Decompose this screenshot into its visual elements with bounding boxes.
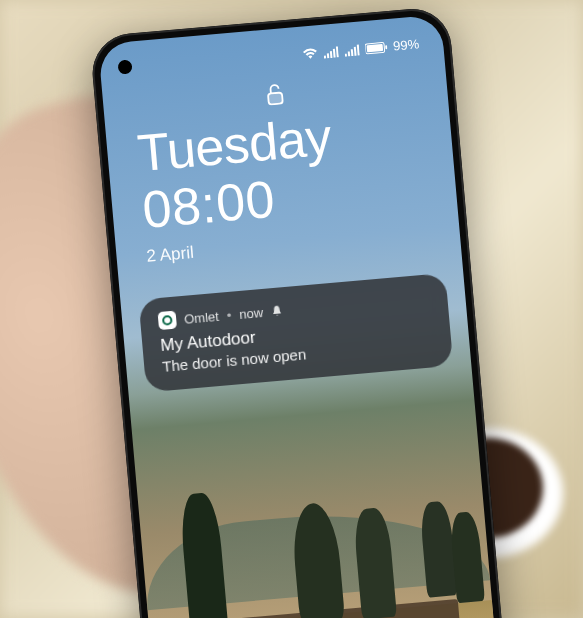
separator-dot: • — [226, 308, 232, 323]
signal-icon — [323, 45, 339, 58]
svg-rect-5 — [345, 53, 347, 56]
svg-rect-4 — [336, 46, 339, 57]
app-icon — [158, 311, 178, 331]
battery-icon — [365, 41, 388, 55]
wifi-icon — [302, 47, 318, 60]
app-name: Omlet — [184, 309, 220, 327]
phone-device: 99% Tuesday 08:00 2 April Omlet • now My… — [89, 6, 510, 618]
svg-rect-0 — [324, 55, 326, 58]
svg-rect-3 — [333, 48, 336, 57]
status-bar: 99% — [302, 36, 420, 61]
svg-rect-2 — [330, 50, 333, 57]
svg-rect-11 — [367, 44, 384, 52]
svg-rect-6 — [348, 51, 350, 56]
notification-card[interactable]: Omlet • now My Autodoor The door is now … — [138, 273, 453, 392]
signal-icon-2 — [344, 43, 360, 56]
svg-rect-9 — [357, 44, 360, 55]
svg-rect-12 — [385, 45, 387, 49]
svg-rect-8 — [354, 46, 357, 55]
front-camera — [117, 59, 132, 74]
svg-rect-13 — [268, 92, 283, 104]
phone-screen[interactable]: 99% Tuesday 08:00 2 April Omlet • now My… — [98, 14, 502, 618]
svg-rect-1 — [327, 53, 329, 58]
battery-percentage: 99% — [393, 36, 420, 53]
bell-icon — [271, 305, 284, 318]
svg-rect-7 — [351, 49, 354, 56]
lockscreen-datetime: Tuesday 08:00 2 April — [135, 98, 460, 267]
notification-time: now — [239, 305, 264, 322]
